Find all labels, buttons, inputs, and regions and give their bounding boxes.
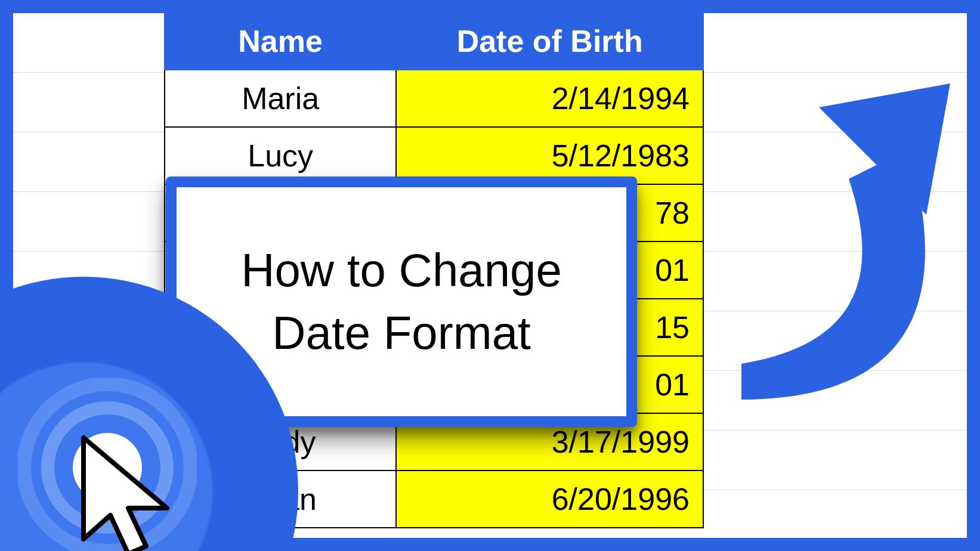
- column-header-dob[interactable]: Date of Birth: [396, 13, 703, 70]
- table-row[interactable]: Lucy 5/12/1983: [165, 127, 703, 184]
- table-row[interactable]: Maria 2/14/1994: [165, 70, 703, 127]
- cell-name[interactable]: Maria: [165, 70, 396, 127]
- title-text: How to Change Date Format: [241, 239, 562, 365]
- cell-dob[interactable]: 2/14/1994: [396, 70, 703, 127]
- cell-dob[interactable]: 5/12/1983: [396, 127, 703, 184]
- curved-arrow-icon: [670, 66, 980, 435]
- cell-dob[interactable]: 6/20/1996: [396, 470, 703, 528]
- cell-name[interactable]: Lucy: [165, 127, 396, 184]
- column-header-name[interactable]: Name: [165, 13, 396, 70]
- table-header-row: Name Date of Birth: [165, 13, 703, 70]
- cursor-click-icon: [72, 432, 191, 551]
